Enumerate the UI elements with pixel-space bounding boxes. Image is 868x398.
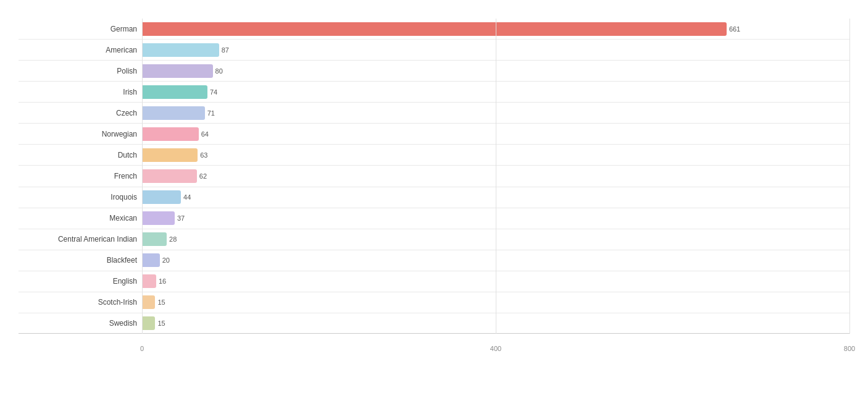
bar: 71 <box>142 106 205 120</box>
bar: 15 <box>142 295 155 309</box>
bar-value: 37 <box>177 214 185 222</box>
bar-label: Irish <box>19 88 142 96</box>
bar-value: 15 <box>157 298 165 306</box>
bar-label: French <box>19 172 142 180</box>
bar-row: Norwegian64 <box>19 124 849 145</box>
bar-row: Swedish15 <box>19 313 849 334</box>
bar-value: 44 <box>183 193 191 201</box>
bar-value: 28 <box>169 235 177 243</box>
bar-label: English <box>19 277 142 286</box>
bar-label: Scotch-Irish <box>19 298 142 307</box>
bar-row: Czech71 <box>19 103 849 124</box>
chart-container: German661American87Polish80Irish74Czech7… <box>0 0 868 398</box>
bar-row: French62 <box>19 166 849 187</box>
grid-line <box>849 19 850 334</box>
bar-value: 16 <box>159 277 166 285</box>
bar-value: 64 <box>201 130 209 138</box>
bar: 64 <box>142 127 199 141</box>
bar-row: German661 <box>19 19 849 40</box>
bar: 28 <box>142 232 167 246</box>
bar-label: Norwegian <box>19 130 142 138</box>
bar-label: American <box>19 46 142 54</box>
bar-label: Dutch <box>19 151 142 159</box>
bar: 16 <box>142 274 156 288</box>
grid-label: 800 <box>844 345 855 352</box>
bar-row: Dutch63 <box>19 145 849 166</box>
bar: 661 <box>142 22 727 36</box>
bar-label: Mexican <box>19 214 142 222</box>
bar-label: German <box>19 25 142 33</box>
grid-line <box>496 19 496 334</box>
grid-label: 400 <box>490 345 501 352</box>
bar-row: Blackfeet20 <box>19 250 849 271</box>
bar-label: Swedish <box>19 319 142 328</box>
bar-value: 71 <box>207 109 215 117</box>
bar-row: Central American Indian28 <box>19 229 849 250</box>
bar-value: 74 <box>210 88 217 96</box>
bar-label: Polish <box>19 67 142 75</box>
grid-label: 0 <box>140 345 144 352</box>
bar-value: 20 <box>162 256 170 264</box>
bar-row: Iroquois44 <box>19 187 849 208</box>
bar: 80 <box>142 64 213 78</box>
bar-row: Irish74 <box>19 82 849 103</box>
bar: 74 <box>142 85 207 99</box>
axis-line <box>19 333 849 334</box>
bar-row: Polish80 <box>19 61 849 82</box>
bar-label: Czech <box>19 109 142 117</box>
bar-row: Mexican37 <box>19 208 849 229</box>
bar-value: 80 <box>215 67 223 75</box>
bar: 62 <box>142 169 197 183</box>
bar: 15 <box>142 316 155 330</box>
bar-value: 62 <box>199 172 207 180</box>
bar: 20 <box>142 253 160 267</box>
bar: 37 <box>142 211 175 225</box>
bar-value: 63 <box>200 151 207 159</box>
bar-row: American87 <box>19 40 849 61</box>
bar: 63 <box>142 148 198 162</box>
bar-value: 87 <box>222 46 229 54</box>
bars-section: German661American87Polish80Irish74Czech7… <box>19 19 849 334</box>
chart-area: German661American87Polish80Irish74Czech7… <box>19 19 849 352</box>
bar-label: Iroquois <box>19 193 142 201</box>
bar: 44 <box>142 190 181 204</box>
bar: 87 <box>142 43 219 57</box>
bar-value: 661 <box>729 25 740 33</box>
grid-line <box>142 19 143 334</box>
bar-row: English16 <box>19 271 849 292</box>
bar-label: Central American Indian <box>19 235 142 243</box>
bar-label: Blackfeet <box>19 256 142 265</box>
bar-row: Scotch-Irish15 <box>19 292 849 313</box>
bar-value: 15 <box>157 320 165 327</box>
